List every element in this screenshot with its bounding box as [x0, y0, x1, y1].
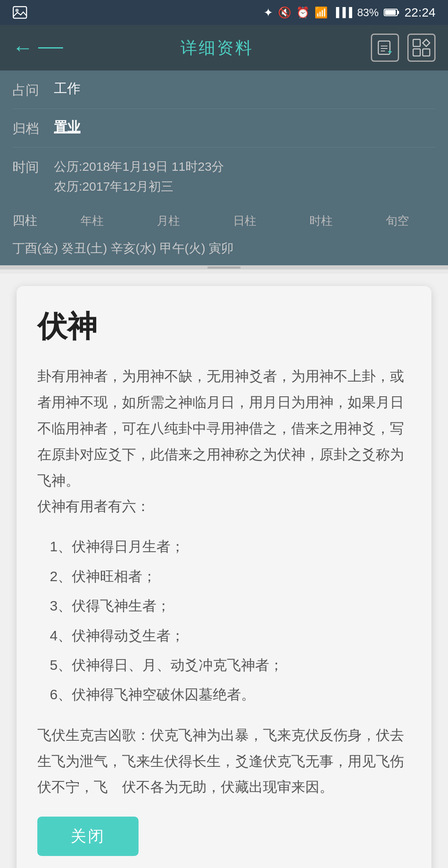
mute-icon: 🔇	[278, 6, 291, 19]
value-shijian-lunar: 农历:2017年12月初三	[54, 177, 224, 196]
pillar-month-label: 月柱	[157, 214, 180, 227]
pillar-year-label: 年柱	[80, 214, 104, 227]
battery-icon	[384, 8, 399, 17]
svg-marker-14	[423, 39, 430, 46]
pillar-xunkong: 旬空	[386, 213, 409, 229]
image-icon	[12, 5, 27, 20]
grid-diamond-icon	[411, 38, 431, 58]
pillar-values-row: 丁酉(金) 癸丑(土) 辛亥(水) 甲午(火) 寅卯	[0, 236, 448, 257]
bluetooth-icon: ✦	[263, 6, 273, 19]
pillar-values-text: 丁酉(金) 癸丑(土) 辛亥(水) 甲午(火) 寅卯	[12, 241, 234, 255]
svg-rect-4	[397, 11, 399, 14]
pillar-month: 月柱	[157, 213, 180, 229]
pillars-section: 四柱 年柱 月柱 日柱 时柱 旬空	[0, 206, 448, 236]
label-zhanwen: 占问	[12, 80, 54, 99]
value-guidang: 置业	[54, 118, 436, 136]
pillar-xunkong-label: 旬空	[386, 214, 409, 227]
note-add-button[interactable]	[371, 34, 399, 62]
label-shijian: 时间	[12, 157, 54, 177]
header-actions	[371, 34, 436, 62]
svg-point-1	[15, 9, 19, 12]
info-section: 占问 工作 归档 置业 时间 公历:2018年1月19日 11时23分 农历:2…	[0, 70, 448, 206]
list-item: 2、伏神旺相者；	[50, 562, 411, 591]
svg-rect-13	[423, 49, 430, 56]
list-item: 4、伏神得动爻生者；	[50, 621, 411, 650]
info-row-shijian: 时间 公历:2018年1月19日 11时23分 农历:2017年12月初三	[12, 148, 436, 206]
wifi-icon: 📶	[314, 6, 328, 19]
pillar-year: 年柱	[80, 213, 104, 229]
modal-title: 伏神	[37, 307, 411, 347]
back-button[interactable]: ←	[12, 36, 63, 60]
value-zhanwen: 工作	[54, 80, 436, 98]
list-item: 3、伏得飞神生者；	[50, 591, 411, 621]
label-guidang: 归档	[12, 118, 54, 138]
page-title: 详细资料	[180, 36, 253, 59]
pillars-columns: 年柱 月柱 日柱 时柱 旬空	[54, 213, 436, 229]
modal-card: 伏神 卦有用神者，为用神不缺，无用神爻者，为用神不上卦，或者用神不现，如所需之神…	[17, 286, 431, 868]
modal-footer-text: 飞伏生克吉凶歌：伏克飞神为出暴，飞来克伏反伤身，伏去生飞为泄气，飞来生伏得长生，…	[37, 722, 411, 800]
pillars-label: 四柱	[12, 212, 54, 229]
modal-list: 1、伏神得日月生者； 2、伏神旺相者； 3、伏得飞神生者； 4、伏神得动爻生者；…	[50, 532, 411, 709]
drag-handle	[207, 267, 241, 269]
svg-rect-5	[378, 41, 390, 54]
signal-icon: ▐▐▐	[333, 7, 352, 18]
note-add-icon	[377, 39, 393, 56]
time-display: 22:24	[404, 5, 436, 19]
pillar-day-label: 日柱	[233, 214, 256, 227]
back-arrow-icon: ←	[12, 36, 33, 60]
pillar-hour: 时柱	[309, 213, 333, 229]
value-shijian-solar: 公历:2018年1月19日 11时23分	[54, 157, 224, 177]
info-row-zhanwen: 占问 工作	[12, 70, 436, 109]
pillar-day: 日柱	[233, 213, 256, 229]
pillar-hour-label: 时柱	[309, 214, 333, 227]
app-header: ← 详细资料	[0, 25, 448, 70]
alarm-icon: ⏰	[296, 6, 309, 19]
list-item: 5、伏神得日、月、动爻冲克飞神者；	[50, 650, 411, 680]
close-button[interactable]: 关闭	[37, 817, 139, 856]
status-right: ✦ 🔇 ⏰ 📶 ▐▐▐ 83% 22:24	[263, 5, 436, 19]
svg-rect-12	[413, 49, 420, 56]
battery-text: 83%	[357, 6, 379, 19]
modal-body-text: 卦有用神者，为用神不缺，无用神爻者，为用神不上卦，或者用神不现，如所需之神临月日…	[37, 363, 411, 519]
grid-view-button[interactable]	[407, 34, 436, 62]
svg-rect-3	[385, 10, 396, 15]
list-item: 1、伏神得日月生者；	[50, 532, 411, 561]
info-row-guidang: 归档 置业	[12, 109, 436, 148]
list-item: 6、伏神得飞神空破休囚墓绝者。	[50, 680, 411, 709]
status-left	[12, 5, 27, 20]
status-bar: ✦ 🔇 ⏰ 📶 ▐▐▐ 83% 22:24	[0, 0, 448, 25]
svg-rect-11	[413, 39, 420, 46]
svg-rect-0	[13, 7, 27, 18]
